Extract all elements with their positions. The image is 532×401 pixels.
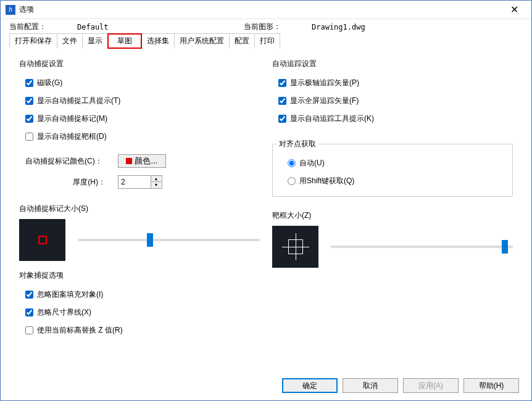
alignment-group: 对齐点获取 自动(U) 用Shift键获取(Q) — [272, 139, 513, 197]
ignore-hatch-label[interactable]: 忽略图案填充对象(I) — [37, 289, 103, 300]
help-button[interactable]: 帮助(H) — [463, 378, 519, 393]
content-area: 自动捕捉设置 磁吸(G) 显示自动捕捉工具提示(T) 显示自动捕捉标记(M) 显… — [1, 49, 531, 376]
autotrack-tooltip-checkbox[interactable] — [278, 115, 286, 123]
replace-z-checkbox[interactable] — [25, 326, 33, 334]
marker-label[interactable]: 显示自动捕捉标记(M) — [37, 114, 107, 124]
osnap-options-group: 对象捕捉选项 忽略图案填充对象(I) 忽略尺寸界线(X) 使用当前标高替换 Z … — [19, 270, 260, 339]
marker-checkbox[interactable] — [25, 115, 33, 123]
polar-vector-label[interactable]: 显示极轴追踪矢量(P) — [290, 78, 359, 88]
replace-z-label[interactable]: 使用当前标高替换 Z 值(R) — [37, 325, 123, 336]
marker-color-label: 自动捕捉标记颜色(C)： — [25, 156, 106, 167]
dialog-buttons: 确定 取消 应用(A) 帮助(H) — [282, 378, 519, 393]
fullscreen-vector-checkbox[interactable] — [278, 97, 286, 105]
app-icon: h — [6, 5, 15, 15]
marker-size-slider[interactable] — [78, 239, 260, 241]
thickness-spinbox[interactable]: ▲ ▼ — [118, 175, 162, 189]
titlebar: h 选项 ✕ — [1, 1, 531, 19]
marker-size-title: 自动捕捉标记大小(S) — [19, 204, 260, 214]
ignore-dim-checkbox[interactable] — [25, 308, 33, 316]
aperture-box-label[interactable]: 显示自动捕捉靶框(D) — [37, 131, 107, 142]
marker-size-thumb[interactable] — [147, 233, 153, 247]
tab-open-save[interactable]: 打开和保存 — [9, 33, 57, 49]
options-dialog: h 选项 ✕ 当前配置： Default 当前图形： Drawing1.dwg … — [0, 0, 532, 401]
close-button[interactable]: ✕ — [502, 1, 526, 19]
tab-user-prefs[interactable]: 用户系统配置 — [174, 33, 230, 49]
polar-vector-checkbox[interactable] — [278, 79, 286, 87]
shift-radio-label[interactable]: 用Shift键获取(Q) — [299, 176, 354, 186]
marker-size-group: 自动捕捉标记大小(S) — [19, 204, 260, 261]
tab-display[interactable]: 显示 — [82, 33, 108, 49]
magnet-checkbox[interactable] — [25, 79, 33, 87]
autosnap-title: 自动捕捉设置 — [19, 59, 260, 69]
autotrack-tooltip-label[interactable]: 显示自动追踪工具提示(K) — [290, 114, 374, 124]
tooltip-checkbox[interactable] — [25, 97, 33, 105]
thickness-input[interactable] — [118, 178, 151, 186]
color-swatch-icon — [126, 158, 132, 164]
color-button[interactable]: 颜色... — [118, 154, 166, 168]
tab-file[interactable]: 文件 — [57, 33, 83, 49]
aperture-size-title: 靶框大小(Z) — [272, 210, 513, 221]
thickness-down-button[interactable]: ▼ — [151, 182, 161, 188]
aperture-size-group: 靶框大小(Z) — [272, 210, 513, 268]
tab-bar: 打开和保存 文件 显示 草图 选择集 用户系统配置 配置 打印 — [1, 32, 531, 49]
tooltip-label[interactable]: 显示自动捕捉工具提示(T) — [37, 96, 120, 106]
window-title: 选项 — [19, 4, 502, 15]
osnap-options-title: 对象捕捉选项 — [19, 270, 260, 281]
magnet-label[interactable]: 磁吸(G) — [37, 78, 62, 88]
aperture-size-slider[interactable] — [331, 246, 513, 248]
current-config-label: 当前配置： — [9, 22, 46, 32]
auto-radio-label[interactable]: 自动(U) — [299, 158, 325, 168]
info-row: 当前配置： Default 当前图形： Drawing1.dwg — [1, 19, 531, 32]
aperture-preview-icon — [282, 233, 309, 260]
aperture-box-checkbox[interactable] — [25, 133, 33, 141]
current-config-value: Default — [77, 23, 109, 31]
autosnap-group: 自动捕捉设置 磁吸(G) 显示自动捕捉工具提示(T) 显示自动捕捉标记(M) 显… — [19, 59, 260, 192]
fullscreen-vector-label[interactable]: 显示全屏追踪矢量(F) — [290, 96, 359, 106]
autotrack-title: 自动追踪设置 — [272, 59, 513, 69]
thickness-label: 厚度(H)： — [25, 177, 106, 188]
current-drawing-label: 当前图形： — [244, 22, 281, 32]
ignore-dim-label[interactable]: 忽略尺寸界线(X) — [37, 307, 91, 318]
tab-selection[interactable]: 选择集 — [141, 33, 175, 49]
marker-preview — [19, 219, 65, 261]
ignore-hatch-checkbox[interactable] — [25, 291, 33, 299]
shift-radio[interactable] — [288, 177, 296, 185]
autotrack-group: 自动追踪设置 显示极轴追踪矢量(P) 显示全屏追踪矢量(F) 显示自动追踪工具提… — [272, 59, 513, 128]
aperture-size-thumb[interactable] — [502, 240, 508, 254]
ok-button[interactable]: 确定 — [282, 378, 338, 393]
auto-radio[interactable] — [288, 159, 296, 167]
current-drawing-value: Drawing1.dwg — [312, 23, 365, 31]
tab-print[interactable]: 打印 — [254, 33, 280, 49]
cancel-button[interactable]: 取消 — [343, 378, 398, 393]
thickness-up-button[interactable]: ▲ — [151, 176, 161, 182]
tab-drafting[interactable]: 草图 — [107, 33, 142, 49]
apply-button[interactable]: 应用(A) — [403, 378, 459, 393]
color-button-text: 颜色... — [135, 155, 157, 167]
alignment-title: 对齐点获取 — [276, 139, 318, 149]
marker-preview-icon — [38, 236, 47, 244]
tab-profiles[interactable]: 配置 — [229, 33, 255, 49]
aperture-preview — [272, 226, 318, 268]
